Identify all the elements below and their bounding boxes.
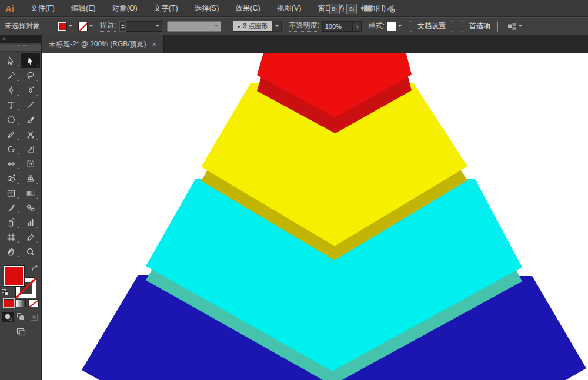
tool-pen-tool[interactable]: [1, 83, 21, 97]
cursor-filled-icon: [26, 56, 35, 66]
chevron-down-icon: [69, 25, 72, 27]
draw-inside-icon[interactable]: [28, 312, 40, 322]
fill-proxy-swatch[interactable]: [4, 265, 25, 287]
tool-scissors-tool[interactable]: [21, 127, 40, 142]
tool-symbol-sprayer-tool[interactable]: [1, 215, 21, 230]
style-label: 样式:: [369, 21, 385, 32]
opacity-label[interactable]: 不透明度:: [289, 21, 319, 32]
menu-view[interactable]: 视图(V): [269, 0, 310, 17]
shape-builder-icon: [6, 174, 16, 183]
document-tab[interactable]: 未标题-2* @ 200% (RGB/预览) ×: [42, 35, 164, 53]
arrange-control[interactable]: [507, 22, 522, 31]
stroke-color-control[interactable]: [78, 22, 93, 31]
menu-effect[interactable]: 效果(C): [227, 0, 268, 17]
fill-swatch[interactable]: [58, 22, 67, 31]
tool-artboard-tool[interactable]: [1, 230, 21, 244]
tool-paintbrush-tool[interactable]: [21, 112, 40, 127]
tool-mesh-tool[interactable]: [1, 186, 21, 200]
menu-select[interactable]: 选择(S): [186, 0, 228, 17]
workspace-switcher[interactable]: [363, 4, 379, 14]
preferences-button[interactable]: 首选项: [462, 21, 498, 32]
tool-curvature-tool[interactable]: [21, 83, 40, 97]
stock-button[interactable]: St: [346, 4, 357, 14]
app-logo: Ai: [5, 4, 14, 14]
menu-file[interactable]: 文件(F): [22, 0, 63, 17]
menu-object[interactable]: 对象(O): [104, 0, 146, 17]
tool-slice-tool[interactable]: [21, 230, 40, 244]
paintbrush-icon: [26, 115, 35, 125]
swap-fill-stroke-icon[interactable]: [31, 264, 40, 274]
tool-blend-tool[interactable]: [21, 200, 40, 215]
draw-normal-icon[interactable]: [2, 312, 14, 322]
tool-column-graph-tool[interactable]: [21, 215, 40, 230]
eyedropper-icon: [6, 203, 16, 213]
color-button[interactable]: [4, 299, 14, 307]
tool-width-tool[interactable]: [1, 156, 21, 171]
drawing-modes-row: [0, 312, 42, 322]
chevron-down-icon: [398, 25, 402, 27]
brush-chevron[interactable]: [272, 21, 282, 32]
scissors-icon: [26, 130, 35, 139]
tool-free-transform-tool[interactable]: [21, 156, 40, 171]
document-setup-button[interactable]: 文档设置: [410, 21, 453, 32]
cs-live-icon[interactable]: [386, 4, 395, 14]
bridge-button[interactable]: Br: [329, 4, 340, 14]
variable-width-profile-dropdown[interactable]: [167, 21, 221, 32]
chevron-down-icon: [519, 25, 522, 27]
screen-mode-row: [0, 327, 42, 337]
stroke-weight-field[interactable]: [126, 21, 162, 32]
type-icon: [6, 100, 16, 110]
gradient-button[interactable]: [16, 299, 26, 307]
chevron-down-icon: [156, 25, 159, 27]
artboard-canvas[interactable]: [42, 53, 588, 380]
brush-dot-icon: •: [238, 23, 240, 30]
workspace-switcher-icon: [363, 4, 373, 14]
tool-magic-wand-tool[interactable]: [1, 68, 21, 83]
chevron-right-icon: ›: [356, 23, 358, 30]
perspective-grid-icon: [26, 174, 35, 183]
brush-definition-dropdown[interactable]: • 3 点圆形: [223, 21, 282, 32]
tool-type-tool[interactable]: [1, 97, 21, 112]
stroke-weight-label[interactable]: 描边:: [100, 21, 116, 32]
tool-line-segment-tool[interactable]: [21, 97, 40, 112]
opacity-arrow-button[interactable]: ›: [353, 21, 362, 32]
tool-rotate-tool[interactable]: [1, 142, 21, 156]
artboard-icon: [6, 233, 16, 242]
cursor-outline-icon: [6, 56, 16, 66]
fill-color-control[interactable]: [58, 22, 72, 31]
tool-shape-tool[interactable]: [1, 112, 21, 127]
default-fill-stroke-icon[interactable]: [2, 289, 9, 296]
menu-edit[interactable]: 编辑(E): [63, 0, 104, 17]
width-icon: [6, 159, 16, 169]
opacity-field[interactable]: 100%: [322, 21, 353, 32]
draw-behind-icon[interactable]: [15, 312, 27, 322]
style-control[interactable]: [387, 22, 402, 31]
opacity-value: 100%: [325, 23, 342, 30]
tool-selection-tool[interactable]: [1, 53, 21, 68]
slice-icon: [26, 233, 35, 242]
tool-shape-builder-tool[interactable]: [1, 171, 21, 186]
close-icon[interactable]: ×: [152, 41, 157, 48]
tool-pencil-tool[interactable]: [1, 127, 21, 142]
none-button[interactable]: [28, 299, 39, 307]
stroke-weight-stepper[interactable]: [119, 21, 126, 32]
tool-perspective-grid-tool[interactable]: [21, 171, 40, 186]
tool-hand-tool[interactable]: [1, 244, 21, 259]
panel-collapse-button[interactable]: «: [0, 35, 41, 43]
control-bar: 未选择对象 描边: • 3 点圆形: [0, 17, 588, 35]
tool-scale-tool[interactable]: [21, 142, 40, 156]
pyramid-artwork[interactable]: [42, 53, 588, 380]
tool-lasso-tool[interactable]: [21, 68, 40, 83]
stroke-swatch[interactable]: [78, 22, 88, 31]
tool-eyedropper-tool[interactable]: [1, 200, 21, 215]
tool-direct-selection-tool[interactable]: [21, 53, 40, 68]
tool-zoom-tool[interactable]: [21, 244, 40, 259]
tool-gradient-tool[interactable]: [21, 186, 40, 200]
style-swatch[interactable]: [387, 22, 396, 31]
brush-chip[interactable]: • 3 点圆形: [233, 21, 272, 32]
menu-type[interactable]: 文字(T): [146, 0, 186, 17]
rotate-icon: [6, 144, 16, 154]
pen-icon: [6, 86, 16, 95]
panel-grip[interactable]: [0, 45, 41, 52]
screen-mode-icon[interactable]: [14, 327, 28, 337]
